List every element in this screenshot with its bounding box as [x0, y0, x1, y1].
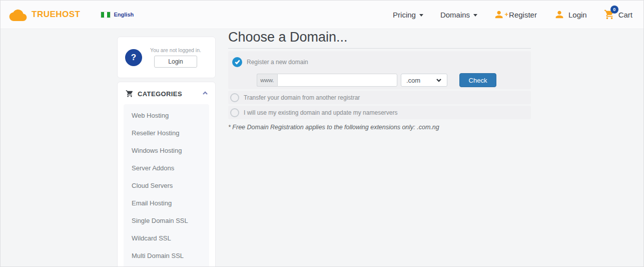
check-button[interactable]: Check — [459, 73, 496, 87]
tld-selected-value: .com — [406, 77, 420, 84]
category-item[interactable]: Online Shop — [124, 264, 209, 267]
domain-input[interactable] — [277, 74, 397, 87]
option-transfer-row: Transfer your domain from another regist… — [228, 91, 531, 104]
radio-transfer-label: Transfer your domain from another regist… — [244, 94, 360, 101]
free-domain-footnote: * Free Domain Registration applies to th… — [228, 124, 439, 131]
category-item[interactable]: Reseller Hosting — [124, 124, 209, 142]
nigeria-flag-icon — [101, 12, 111, 18]
option-register-row: Register a new domain www. .com Check — [228, 51, 531, 89]
nav-cart-label: Cart — [618, 11, 632, 19]
check-icon — [235, 59, 240, 65]
radio-register-label: Register a new domain — [247, 59, 308, 66]
category-item[interactable]: Cloud Servers — [124, 177, 209, 194]
radio-existing-label: I will use my existing domain and update… — [244, 109, 397, 116]
person-plus-icon: + — [494, 9, 505, 20]
option-existing-row: I will use my existing domain and update… — [228, 106, 531, 119]
categories-header[interactable]: CATEGORIES — [118, 82, 215, 104]
sidebar-login-button[interactable]: Login — [154, 56, 197, 68]
nav-cart-link[interactable]: 0 Cart — [604, 9, 632, 20]
nav-login-link[interactable]: Login — [554, 9, 587, 20]
category-item[interactable]: Multi Domain SSL — [124, 247, 209, 264]
radio-existing[interactable] — [230, 108, 239, 117]
cart-count-badge: 0 — [610, 6, 618, 14]
nav-pricing-dropdown[interactable]: Pricing — [393, 11, 423, 19]
nav-register-label: Register — [509, 11, 537, 19]
page-title: Choose a Domain... — [228, 30, 348, 45]
category-item[interactable]: Web Hosting — [124, 107, 209, 124]
chevron-up-icon[interactable] — [202, 89, 208, 98]
title-divider — [228, 48, 531, 49]
top-navbar: TRUEHOST English Pricing Domains + Regis… — [1, 1, 643, 29]
category-item-label: Single Domain SSL — [132, 217, 188, 224]
category-item[interactable]: Single Domain SSL — [124, 212, 209, 229]
category-item[interactable]: Server Addons — [124, 159, 209, 177]
category-item-label: Reseller Hosting — [132, 129, 179, 137]
nav-domains-dropdown[interactable]: Domains — [440, 11, 477, 19]
category-item-label: Web Hosting — [132, 112, 169, 119]
caret-down-icon — [473, 14, 477, 17]
nav-register-link[interactable]: + Register — [494, 9, 537, 20]
category-item-label: Cloud Servers — [132, 182, 173, 189]
brand-name: TRUEHOST — [32, 10, 81, 20]
category-item-label: Server Addons — [132, 164, 174, 172]
category-item-label: Wildcard SSL — [132, 234, 171, 242]
login-status-card: ? You are not logged in. Login — [117, 37, 216, 78]
categories-list: Web Hosting Reseller Hosting Windows Hos… — [124, 104, 209, 267]
person-icon — [554, 9, 565, 20]
cart-icon: 0 — [604, 9, 615, 20]
categories-card: CATEGORIES Web Hosting Reseller Hosting … — [117, 82, 216, 267]
category-item-label: Windows Hosting — [132, 147, 182, 154]
cloud-icon — [9, 8, 28, 21]
language-selector[interactable]: English — [101, 12, 134, 18]
categories-title: CATEGORIES — [138, 90, 182, 98]
category-item[interactable]: Windows Hosting — [124, 142, 209, 159]
language-label: English — [114, 12, 134, 18]
categories-cart-icon — [126, 90, 134, 98]
nav-domains-label: Domains — [440, 11, 470, 19]
question-mark-icon: ? — [125, 49, 142, 66]
tld-select[interactable]: .com — [401, 74, 447, 87]
navbar-menu: Pricing Domains + Register Login 0 Ca — [393, 9, 632, 20]
brand-logo[interactable]: TRUEHOST — [9, 8, 81, 21]
category-item[interactable]: Email Hosting — [124, 194, 209, 212]
domain-search-form: www. .com Check — [257, 73, 531, 87]
chevron-down-icon — [436, 77, 442, 83]
nav-pricing-label: Pricing — [393, 11, 416, 19]
category-item-label: Email Hosting — [132, 199, 172, 207]
nav-login-label: Login — [568, 11, 587, 19]
radio-transfer[interactable] — [230, 93, 239, 102]
radio-register-selected[interactable] — [232, 57, 242, 67]
login-status-text: You are not logged in. — [150, 47, 201, 53]
caret-down-icon — [419, 14, 423, 17]
category-item[interactable]: Wildcard SSL — [124, 229, 209, 247]
www-prefix: www. — [257, 74, 277, 87]
category-item-label: Multi Domain SSL — [132, 252, 184, 259]
